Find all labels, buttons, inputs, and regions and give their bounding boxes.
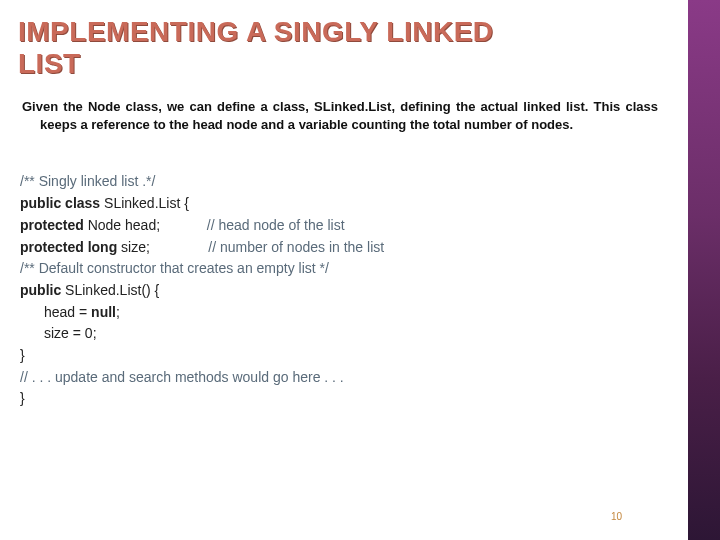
slide-sidebar xyxy=(688,0,720,540)
code-line: size = 0; xyxy=(20,323,670,345)
code-keyword: protected xyxy=(20,217,84,233)
code-line: // . . . update and search methods would… xyxy=(20,367,670,389)
code-pad xyxy=(150,237,208,259)
code-comment: /** Default constructor that creates an … xyxy=(20,258,329,280)
code-line: public SLinked.List() { xyxy=(20,280,670,302)
code-line: head = null; xyxy=(20,302,670,324)
code-keyword: protected long xyxy=(20,239,117,255)
code-comment: // . . . update and search methods would… xyxy=(20,367,344,389)
code-line: } xyxy=(20,388,670,410)
slide-content: IMPLEMENTING A SINGLY LINKED LIST Given … xyxy=(0,0,688,540)
code-text: size = 0; xyxy=(44,323,97,345)
slide-body-text: Given the Node class, we can define a cl… xyxy=(18,98,670,133)
code-text: } xyxy=(20,345,25,367)
page-number: 10 xyxy=(611,511,622,522)
code-line: public class SLinked.List { xyxy=(20,193,670,215)
code-text: ; xyxy=(116,302,120,324)
code-text: head = xyxy=(44,302,91,324)
code-keyword: null xyxy=(91,302,116,324)
code-line: /** Default constructor that creates an … xyxy=(20,258,670,280)
code-pad xyxy=(160,215,207,237)
code-block: /** Singly linked list .*/ public class … xyxy=(18,171,670,410)
code-text: SLinked.List() { xyxy=(61,280,159,302)
code-line: } xyxy=(20,345,670,367)
code-line: /** Singly linked list .*/ xyxy=(20,171,670,193)
code-comment: /** Singly linked list .*/ xyxy=(20,171,155,193)
code-comment: // number of nodes in the list xyxy=(208,237,384,259)
code-text: Node head; xyxy=(84,217,160,233)
code-keyword: public class xyxy=(20,193,100,215)
code-comment: // head node of the list xyxy=(207,215,345,237)
code-line: protected Node head; // head node of the… xyxy=(20,215,670,237)
code-text: SLinked.List { xyxy=(100,193,189,215)
slide-title: IMPLEMENTING A SINGLY LINKED LIST xyxy=(18,16,670,80)
body-first-word: Given xyxy=(22,99,63,114)
code-keyword: public xyxy=(20,280,61,302)
code-line: protected long size; // number of nodes … xyxy=(20,237,670,259)
code-text: size; xyxy=(117,239,150,255)
code-text: } xyxy=(20,388,25,410)
